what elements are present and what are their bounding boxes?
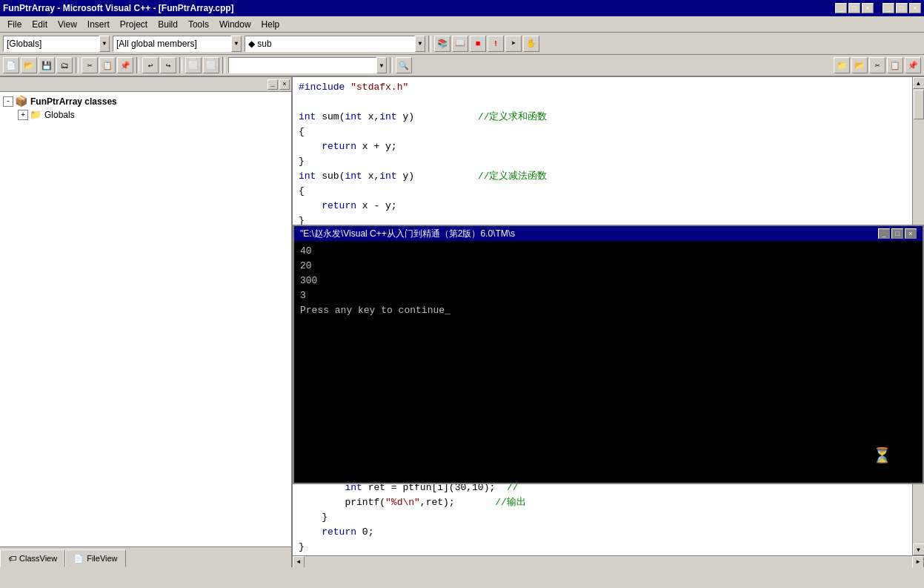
console-minimize[interactable]: _ [878,228,890,239]
sep2 [76,57,79,73]
left-panel: _ × - 📦 FunPtrArray classes + 📁 Globals … [0,77,293,567]
code-line: #include "stdafx.h" [299,80,906,95]
sep1 [428,36,431,52]
tab-classview[interactable]: 🏷 ClassView [0,549,65,567]
open2-icon[interactable]: 📂 [851,57,868,73]
class2-icon[interactable]: ⬜ [203,57,219,73]
save-icon[interactable]: 💾 [39,57,55,73]
fileview-icon: 📄 [73,554,84,564]
toolbar2: 📄 📂 💾 🗂 ✂ 📋 📌 ↩ ↪ ⬜ ⬜ ▼ 🔍 📁 📂 ✂ 📋 📌 [0,55,924,77]
search-arrow[interactable]: ▼ [376,57,387,73]
code-line: { [299,184,906,199]
panel-close[interactable]: × [279,79,290,90]
panel-minimize[interactable]: _ [267,79,278,90]
root-icon: 📦 [15,95,27,108]
scroll-track-h[interactable] [305,556,912,567]
classview-label: ClassView [19,554,57,563]
globals-dropdown-arrow[interactable]: ▼ [99,36,110,52]
globals-item-label[interactable]: Globals [44,109,75,121]
inner-restore-btn[interactable]: □ [896,3,908,13]
paste-icon[interactable]: 📌 [117,57,133,73]
hand-icon[interactable]: ✋ [523,36,539,52]
console-maximize[interactable]: □ [891,228,903,239]
left-panel-header: _ × [0,77,291,92]
undo-icon[interactable]: ↩ [142,57,159,73]
restore-btn[interactable]: □ [848,3,860,13]
code-line: int sub(int x,int y) //定义减法函数 [299,169,906,184]
new-file-icon[interactable]: 📄 [3,57,19,73]
book-icon[interactable]: 📚 [434,36,451,52]
root-expand[interactable]: - [3,96,13,107]
folder-icon: 📁 [30,109,41,121]
scroll-left-btn[interactable]: ◄ [293,556,305,568]
menu-file[interactable]: File [3,18,26,31]
paste2-icon[interactable]: 📌 [905,57,921,73]
title-buttons: _ □ × _ □ × [835,3,921,13]
console-title-text: "E:\赵永发\Visual C++从入门到精通（第2版）6.0\TM\s [300,226,515,241]
inner-close-btn[interactable]: × [909,3,921,13]
minimize-btn[interactable]: _ [835,3,847,13]
console-window: "E:\赵永发\Visual C++从入门到精通（第2版）6.0\TM\s _ … [293,225,924,484]
menu-window[interactable]: Window [215,18,256,31]
code-line [299,95,906,110]
menu-insert[interactable]: Insert [83,18,114,31]
search-input[interactable] [228,57,376,73]
classview-icon: 🏷 [8,554,16,563]
close-btn[interactable]: × [862,3,874,13]
title-text: FunPtrArray - Microsoft Visual C++ - [Fu… [3,3,234,13]
copy-icon[interactable]: 📋 [99,57,116,73]
sep6 [390,57,393,73]
scroll-up-btn[interactable]: ▲ [913,77,925,89]
menu-view[interactable]: View [53,18,82,31]
title-bar: FunPtrArray - Microsoft Visual C++ - [Fu… [0,0,924,16]
function-dropdown[interactable]: ◆ sub [245,36,415,52]
scroll-thumb-v[interactable] [914,90,924,119]
bottom-tabs: 🏷 ClassView 📄 FileView [0,546,291,567]
tab-fileview[interactable]: 📄 FileView [65,549,125,567]
members-dropdown-arrow[interactable]: ▼ [231,36,242,52]
menu-edit[interactable]: Edit [27,18,52,31]
globals-expand[interactable]: + [18,110,28,120]
open-icon[interactable]: 📂 [21,57,37,73]
sep5 [222,57,225,73]
stop-icon[interactable]: ■ [470,36,486,52]
scroll-right-btn[interactable]: ► [912,556,924,568]
code-line: { [299,125,906,139]
sep3 [136,57,139,73]
code-line: return x - y; [299,199,906,214]
find-icon[interactable]: 🔍 [396,57,412,73]
members-dropdown[interactable]: [All global members] [113,36,231,52]
tree-area: - 📦 FunPtrArray classes + 📁 Globals [0,92,291,546]
console-close[interactable]: × [905,228,917,239]
console-output-2: 20 [300,259,917,274]
globals-dropdown[interactable]: [Globals] [3,36,99,52]
menu-build[interactable]: Build [153,18,182,31]
hourglass-icon: ⏳ [871,446,893,468]
code-line: } [299,510,906,525]
function-dropdown-arrow[interactable]: ▼ [415,36,425,52]
cut-icon[interactable]: ✂ [82,57,98,73]
class-icon[interactable]: ⬜ [185,57,202,73]
book2-icon[interactable]: 📖 [452,36,468,52]
copy2-icon[interactable]: 📋 [887,57,903,73]
menu-help[interactable]: Help [257,18,285,31]
code-line: } [299,540,906,555]
menu-project[interactable]: Project [116,18,152,31]
globals-label: [Globals] [7,39,41,49]
code-line: int sum(int x,int y) //定义求和函数 [299,110,906,125]
horizontal-scrollbar[interactable]: ◄ ► [293,555,924,567]
code-line: printf("%d\n",ret); //输出 [299,495,906,510]
scissors-icon[interactable]: ✂ [869,57,885,73]
root-item-label[interactable]: FunPtrArray classes [30,96,117,108]
exclaim-icon[interactable]: ! [488,36,504,52]
save-all-icon[interactable]: 🗂 [56,57,73,73]
console-output-3: 300 [300,274,917,288]
arrow-icon[interactable]: ➤ [505,36,522,52]
redo-icon[interactable]: ↪ [160,57,176,73]
new-folder-icon[interactable]: 📁 [834,57,850,73]
scroll-down-btn[interactable]: ▼ [913,544,925,555]
menu-tools[interactable]: Tools [184,18,213,31]
fileview-label: FileView [87,554,117,563]
inner-minimize-btn[interactable]: _ [883,3,894,13]
console-title-bar: "E:\赵永发\Visual C++从入门到精通（第2版）6.0\TM\s _ … [294,226,923,241]
